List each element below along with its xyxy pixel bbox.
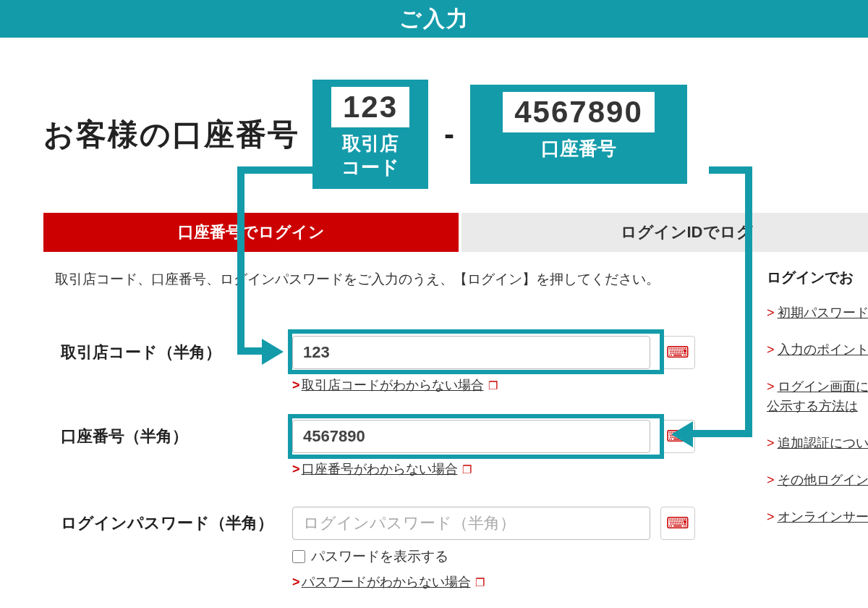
arrow-account: [745, 166, 752, 434]
account-field-label: 口座番号（半角）: [61, 420, 292, 447]
sidebar-link[interactable]: >入力のポイント: [767, 340, 868, 360]
arrow-account-head: [671, 421, 693, 447]
show-password-checkbox[interactable]: パスワードを表示する: [292, 547, 695, 566]
sidebar: ログインでお >初期パスワード >入力のポイント >ログイン画面に便 公示する方…: [767, 268, 868, 544]
keyboard-icon-button[interactable]: ⌨: [660, 336, 695, 369]
hyphen: -: [444, 117, 454, 152]
branch-code-box: 123 取引店 コード: [312, 80, 428, 189]
branch-field-row: 取引店コード（半角） ⌨ >取引店コードがわからない場合❐: [61, 336, 695, 394]
arrow-account: [693, 430, 752, 437]
arrow-branch: [237, 347, 263, 355]
external-icon: ❐: [488, 379, 498, 392]
sidebar-link[interactable]: >その他ログインに: [767, 470, 868, 490]
account-help-link[interactable]: >口座番号がわからない場合❐: [292, 460, 695, 478]
account-heading: お客様の口座番号 123 取引店 コード - 4567890 口座番号: [43, 80, 687, 189]
top-bar-title: ご入力: [399, 4, 469, 34]
account-number-input[interactable]: [292, 420, 650, 453]
arrow-branch: [237, 166, 315, 174]
external-icon: ❐: [475, 576, 485, 588]
sidebar-title: ログインでお: [767, 268, 868, 287]
account-code-value: 4567890: [503, 92, 655, 132]
tab-id-login[interactable]: ログインIDでログ: [461, 213, 868, 252]
branch-code-value: 123: [331, 87, 409, 127]
arrow-branch: [237, 166, 244, 352]
sidebar-link[interactable]: >オンラインサー: [767, 507, 868, 527]
account-code-label: 口座番号: [541, 137, 616, 174]
keyboard-icon: ⌨: [666, 514, 689, 533]
tab-row: 口座番号でログイン ログインIDでログ: [43, 213, 868, 252]
account-field-row: 口座番号（半角） ⌨ >口座番号がわからない場合❐: [61, 420, 695, 478]
login-panel: 口座番号でログイン ログインIDでログ: [43, 213, 868, 252]
password-input[interactable]: [292, 507, 650, 540]
branch-help-link[interactable]: >取引店コードがわからない場合❐: [292, 376, 695, 394]
sidebar-link[interactable]: >追加認証について: [767, 434, 868, 453]
top-bar: ご入力: [0, 0, 868, 38]
page: ご入力 お客様の口座番号 123 取引店 コード - 4567890 口座番号 …: [0, 0, 868, 608]
arrow-branch-head: [262, 339, 284, 365]
tab-account-login[interactable]: 口座番号でログイン: [43, 213, 459, 252]
password-help-link[interactable]: >パスワードがわからない場合❐: [292, 573, 695, 591]
login-instruction: 取引店コード、口座番号、ログインパスワードをご入力のうえ、【ログイン】を押してく…: [55, 268, 706, 291]
sidebar-link[interactable]: >初期パスワード: [767, 303, 868, 323]
show-password-input[interactable]: [292, 550, 305, 563]
password-field-label: ログインパスワード（半角）: [61, 507, 292, 534]
account-code-box: 4567890 口座番号: [470, 85, 687, 184]
external-icon: ❐: [462, 463, 472, 476]
account-heading-label: お客様の口座番号: [43, 114, 299, 155]
branch-code-label: 取引店 コード: [341, 132, 399, 179]
sidebar-link[interactable]: >ログイン画面に便 公示する方法は: [767, 377, 868, 416]
branch-code-input[interactable]: [292, 336, 650, 369]
keyboard-icon: ⌨: [666, 343, 689, 362]
keyboard-icon-button[interactable]: ⌨: [660, 507, 695, 540]
password-field-row: ログインパスワード（半角） ⌨ パスワードを表示する >パスワードがわからない場…: [61, 507, 695, 591]
